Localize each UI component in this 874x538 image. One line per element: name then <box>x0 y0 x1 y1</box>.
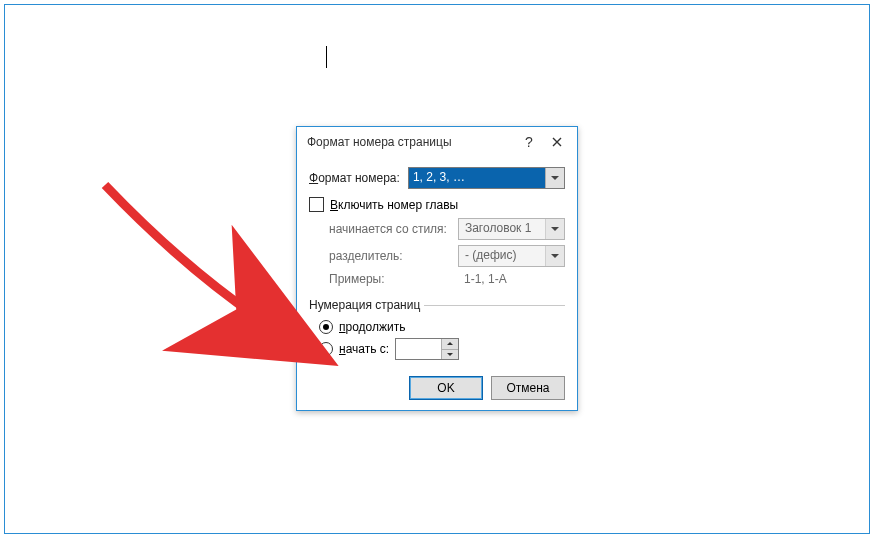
format-combo[interactable]: 1, 2, 3, … <box>408 167 565 189</box>
chevron-up-icon <box>447 342 453 345</box>
spinner-up-button[interactable] <box>442 339 458 350</box>
start-at-value[interactable] <box>396 339 441 359</box>
close-icon <box>552 137 562 147</box>
start-at-spinner[interactable] <box>395 338 459 360</box>
chevron-down-icon <box>551 227 559 231</box>
cancel-button[interactable]: Отмена <box>491 376 565 400</box>
dialog-title: Формат номера страницы <box>307 135 515 149</box>
radio-continue-label: продолжить <box>339 320 405 334</box>
separator-combo: - (дефис) <box>458 245 565 267</box>
radio-dot-icon <box>323 324 329 330</box>
separator-value: - (дефис) <box>459 246 545 266</box>
format-label: Формат номера: <box>309 171 400 185</box>
include-chapter-label: Включить номер главы <box>330 198 458 212</box>
text-cursor <box>326 46 327 68</box>
spinner-down-button[interactable] <box>442 350 458 360</box>
chapter-style-combo: Заголовок 1 <box>458 218 565 240</box>
format-value: 1, 2, 3, … <box>409 168 545 188</box>
chevron-down-icon <box>447 353 453 356</box>
radio-continue-row[interactable]: продолжить <box>319 320 565 334</box>
radio-continue[interactable] <box>319 320 333 334</box>
chevron-down-icon <box>551 254 559 258</box>
radio-start-label: начать с: <box>339 342 389 356</box>
radio-start-row[interactable]: начать с: <box>319 338 565 360</box>
chapter-style-value: Заголовок 1 <box>459 219 545 239</box>
examples-label: Примеры: <box>329 272 464 286</box>
dialog-titlebar: Формат номера страницы ? <box>297 127 577 157</box>
chapter-style-label: начинается со стиля: <box>329 222 458 236</box>
separator-label: разделитель: <box>329 249 458 263</box>
examples-value: 1-1, 1-A <box>464 272 507 286</box>
numbering-fieldset: Нумерация страниц продолжить начать с: <box>309 298 565 364</box>
numbering-legend: Нумерация страниц <box>309 298 424 312</box>
help-button[interactable]: ? <box>515 134 543 150</box>
ok-button[interactable]: OK <box>409 376 483 400</box>
include-chapter-checkbox-row[interactable]: Включить номер главы <box>309 197 565 212</box>
page-number-format-dialog: Формат номера страницы ? Формат номера: … <box>296 126 578 411</box>
include-chapter-checkbox[interactable] <box>309 197 324 212</box>
close-button[interactable] <box>543 131 571 153</box>
format-combo-button[interactable] <box>545 168 564 188</box>
radio-start[interactable] <box>319 342 333 356</box>
chevron-down-icon <box>551 176 559 180</box>
